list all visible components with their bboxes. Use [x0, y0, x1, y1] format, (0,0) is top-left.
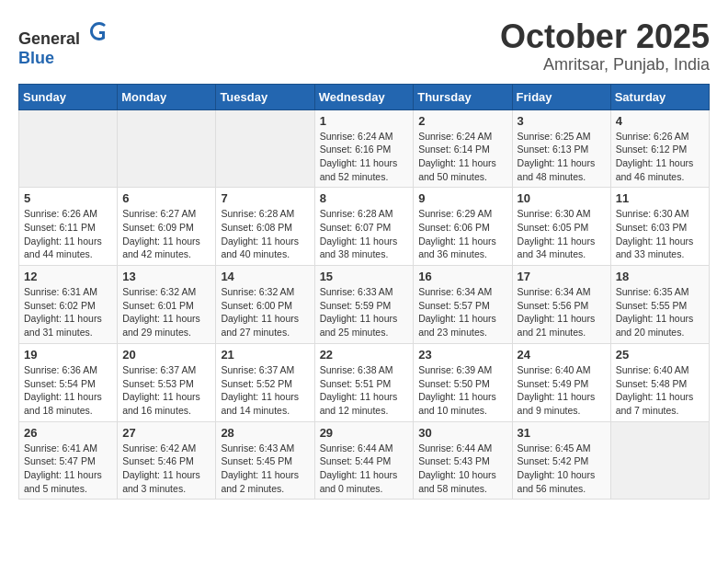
calendar-cell: 23Sunrise: 6:39 AM Sunset: 5:50 PM Dayli… [414, 343, 512, 421]
day-number: 3 [518, 114, 606, 128]
calendar-week-row: 1Sunrise: 6:24 AM Sunset: 6:16 PM Daylig… [19, 109, 710, 188]
day-number: 15 [320, 270, 409, 283]
logo: General Blue [18, 18, 112, 68]
day-info: Sunrise: 6:42 AM Sunset: 5:46 PM Dayligh… [122, 442, 210, 496]
day-number: 11 [616, 191, 704, 205]
calendar-cell: 2Sunrise: 6:24 AM Sunset: 6:14 PM Daylig… [414, 109, 512, 188]
calendar-cell: 11Sunrise: 6:30 AM Sunset: 6:03 PM Dayli… [610, 188, 709, 266]
calendar-cell: 29Sunrise: 6:44 AM Sunset: 5:44 PM Dayli… [314, 421, 414, 500]
day-info: Sunrise: 6:24 AM Sunset: 6:16 PM Dayligh… [320, 130, 409, 184]
day-number: 4 [616, 114, 704, 128]
calendar-cell: 17Sunrise: 6:34 AM Sunset: 5:56 PM Dayli… [512, 266, 610, 344]
day-number: 7 [221, 191, 309, 205]
logo-general: General [18, 29, 80, 48]
calendar-cell: 14Sunrise: 6:32 AM Sunset: 6:00 PM Dayli… [216, 266, 314, 344]
day-number: 20 [122, 348, 210, 362]
day-info: Sunrise: 6:28 AM Sunset: 6:08 PM Dayligh… [221, 207, 309, 261]
day-number: 27 [122, 426, 210, 440]
day-number: 29 [320, 426, 409, 440]
calendar-cell: 8Sunrise: 6:28 AM Sunset: 6:07 PM Daylig… [314, 188, 414, 266]
calendar-header-thursday: Thursday [414, 84, 512, 109]
logo-blue: Blue [18, 49, 54, 67]
month-title: October 2025 [500, 18, 710, 55]
calendar-cell: 3Sunrise: 6:25 AM Sunset: 6:13 PM Daylig… [512, 109, 610, 188]
calendar-cell: 7Sunrise: 6:28 AM Sunset: 6:08 PM Daylig… [216, 188, 314, 266]
location-title: Amritsar, Punjab, India [500, 55, 710, 75]
calendar-header-tuesday: Tuesday [216, 84, 314, 109]
day-info: Sunrise: 6:31 AM Sunset: 6:02 PM Dayligh… [24, 285, 112, 339]
day-number: 18 [616, 270, 704, 283]
day-number: 2 [418, 114, 506, 128]
day-number: 24 [518, 348, 606, 362]
calendar-cell: 30Sunrise: 6:44 AM Sunset: 5:43 PM Dayli… [414, 421, 512, 500]
calendar-cell: 28Sunrise: 6:43 AM Sunset: 5:45 PM Dayli… [216, 421, 314, 500]
day-info: Sunrise: 6:43 AM Sunset: 5:45 PM Dayligh… [221, 442, 309, 496]
day-info: Sunrise: 6:39 AM Sunset: 5:50 PM Dayligh… [418, 363, 506, 418]
day-number: 19 [24, 348, 112, 362]
calendar-week-row: 12Sunrise: 6:31 AM Sunset: 6:02 PM Dayli… [19, 266, 710, 344]
day-number: 25 [616, 348, 704, 362]
day-info: Sunrise: 6:34 AM Sunset: 5:57 PM Dayligh… [418, 285, 506, 339]
day-number: 17 [518, 270, 606, 283]
day-number: 23 [418, 348, 506, 362]
calendar-cell: 10Sunrise: 6:30 AM Sunset: 6:05 PM Dayli… [512, 188, 610, 266]
day-info: Sunrise: 6:38 AM Sunset: 5:51 PM Dayligh… [320, 363, 409, 418]
day-info: Sunrise: 6:24 AM Sunset: 6:14 PM Dayligh… [418, 130, 506, 184]
day-number: 1 [320, 114, 409, 128]
calendar-cell [118, 109, 216, 188]
calendar-cell: 16Sunrise: 6:34 AM Sunset: 5:57 PM Dayli… [414, 266, 512, 344]
day-info: Sunrise: 6:30 AM Sunset: 6:03 PM Dayligh… [616, 207, 704, 261]
day-number: 13 [122, 270, 210, 283]
day-number: 9 [418, 191, 506, 205]
calendar-cell: 6Sunrise: 6:27 AM Sunset: 6:09 PM Daylig… [118, 188, 216, 266]
day-info: Sunrise: 6:28 AM Sunset: 6:07 PM Dayligh… [320, 207, 409, 261]
day-info: Sunrise: 6:40 AM Sunset: 5:49 PM Dayligh… [518, 363, 606, 418]
logo-text: General Blue [18, 18, 112, 68]
day-info: Sunrise: 6:29 AM Sunset: 6:06 PM Dayligh… [418, 207, 506, 261]
day-number: 16 [418, 270, 506, 283]
calendar-cell: 19Sunrise: 6:36 AM Sunset: 5:54 PM Dayli… [19, 343, 118, 421]
calendar-cell: 9Sunrise: 6:29 AM Sunset: 6:06 PM Daylig… [414, 188, 512, 266]
calendar-cell [216, 109, 314, 188]
calendar-cell: 24Sunrise: 6:40 AM Sunset: 5:49 PM Dayli… [512, 343, 610, 421]
day-info: Sunrise: 6:37 AM Sunset: 5:52 PM Dayligh… [221, 363, 309, 418]
day-info: Sunrise: 6:35 AM Sunset: 5:55 PM Dayligh… [616, 285, 704, 339]
calendar-header-wednesday: Wednesday [314, 84, 414, 109]
calendar-cell: 21Sunrise: 6:37 AM Sunset: 5:52 PM Dayli… [216, 343, 314, 421]
day-info: Sunrise: 6:26 AM Sunset: 6:11 PM Dayligh… [24, 207, 112, 261]
day-number: 31 [518, 426, 606, 440]
day-number: 14 [221, 270, 309, 283]
calendar-cell: 5Sunrise: 6:26 AM Sunset: 6:11 PM Daylig… [19, 188, 118, 266]
calendar-cell: 27Sunrise: 6:42 AM Sunset: 5:46 PM Dayli… [118, 421, 216, 500]
calendar-header-sunday: Sunday [19, 84, 118, 109]
day-number: 26 [24, 426, 112, 440]
calendar-cell: 25Sunrise: 6:40 AM Sunset: 5:48 PM Dayli… [610, 343, 709, 421]
day-info: Sunrise: 6:32 AM Sunset: 6:00 PM Dayligh… [221, 285, 309, 339]
day-number: 5 [24, 191, 112, 205]
day-info: Sunrise: 6:32 AM Sunset: 6:01 PM Dayligh… [122, 285, 210, 339]
calendar-header-saturday: Saturday [610, 84, 709, 109]
day-number: 21 [221, 348, 309, 362]
calendar-cell: 26Sunrise: 6:41 AM Sunset: 5:47 PM Dayli… [19, 421, 118, 500]
calendar-cell: 31Sunrise: 6:45 AM Sunset: 5:42 PM Dayli… [512, 421, 610, 500]
calendar-week-row: 5Sunrise: 6:26 AM Sunset: 6:11 PM Daylig… [19, 188, 710, 266]
day-info: Sunrise: 6:33 AM Sunset: 5:59 PM Dayligh… [320, 285, 409, 339]
calendar-table: SundayMondayTuesdayWednesdayThursdayFrid… [18, 84, 710, 500]
calendar-header-row: SundayMondayTuesdayWednesdayThursdayFrid… [19, 84, 710, 109]
calendar-cell [19, 109, 118, 188]
day-info: Sunrise: 6:45 AM Sunset: 5:42 PM Dayligh… [518, 442, 606, 496]
calendar-week-row: 26Sunrise: 6:41 AM Sunset: 5:47 PM Dayli… [19, 421, 710, 500]
calendar-header-monday: Monday [118, 84, 216, 109]
calendar-cell: 12Sunrise: 6:31 AM Sunset: 6:02 PM Dayli… [19, 266, 118, 344]
calendar-header-friday: Friday [512, 84, 610, 109]
day-info: Sunrise: 6:36 AM Sunset: 5:54 PM Dayligh… [24, 363, 112, 418]
calendar-cell: 4Sunrise: 6:26 AM Sunset: 6:12 PM Daylig… [610, 109, 709, 188]
calendar-cell: 13Sunrise: 6:32 AM Sunset: 6:01 PM Dayli… [118, 266, 216, 344]
page-header: General Blue October 2025 Amritsar, Punj… [18, 18, 710, 75]
day-number: 6 [122, 191, 210, 205]
day-info: Sunrise: 6:44 AM Sunset: 5:43 PM Dayligh… [418, 442, 506, 496]
title-area: October 2025 Amritsar, Punjab, India [500, 18, 710, 75]
calendar-week-row: 19Sunrise: 6:36 AM Sunset: 5:54 PM Dayli… [19, 343, 710, 421]
day-info: Sunrise: 6:27 AM Sunset: 6:09 PM Dayligh… [122, 207, 210, 261]
day-info: Sunrise: 6:41 AM Sunset: 5:47 PM Dayligh… [24, 442, 112, 496]
